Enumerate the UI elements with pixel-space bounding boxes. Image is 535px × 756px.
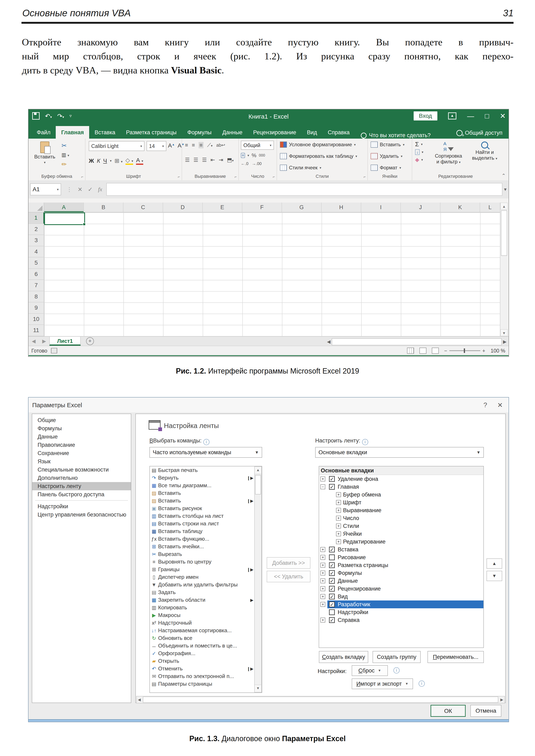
info-icon[interactable]: i (362, 439, 368, 445)
checkbox-checked-icon[interactable]: ✓ (329, 617, 335, 623)
sidebar-item-Язык[interactable]: Язык (32, 457, 131, 466)
column-header-F[interactable]: F (242, 202, 282, 212)
checkbox-checked-icon[interactable]: ✓ (329, 547, 335, 553)
sheet-prev-icon[interactable]: ◀ (28, 337, 39, 345)
move-up-button[interactable]: ▲ (487, 558, 502, 569)
fill-color-button[interactable]: ◇ ▾ (126, 157, 133, 165)
tree-item-Ячейки[interactable]: +Ячейки (319, 530, 483, 538)
sidebar-item-Настроить ленту[interactable]: Настроить ленту (32, 482, 131, 490)
row-header-11[interactable]: 11 (28, 325, 44, 336)
cut-icon[interactable]: ✂ (62, 142, 69, 149)
command-Обновить все[interactable]: ↻Обновить все (150, 634, 255, 642)
worksheet-grid[interactable] (44, 212, 500, 336)
new-tab-button[interactable]: Создать вкладку (319, 651, 368, 663)
tab-Главная[interactable]: Главная (56, 126, 89, 139)
sheet-next-icon[interactable]: ▶ (39, 337, 49, 345)
sheet-tab[interactable]: Лист1 (49, 337, 81, 346)
expand-formula-bar-icon[interactable]: ▾ (504, 186, 507, 192)
scroll-thumb[interactable] (255, 475, 261, 495)
dialog-launcher-icon[interactable]: ⌐ (81, 175, 83, 179)
close-button[interactable]: ✕ (500, 112, 506, 120)
import-export-button[interactable]: Импорт и экспорт▼ (352, 678, 413, 689)
zoom-level[interactable]: 100 % (491, 348, 505, 354)
align-top-icon[interactable]: ≡ (185, 142, 188, 148)
command-Вставить столбцы на лист[interactable]: ▥Вставить столбцы на лист (150, 512, 255, 520)
command-Отправить по электронной п...[interactable]: ✉Отправить по электронной п... (150, 672, 255, 680)
column-header-E[interactable]: E (203, 202, 242, 212)
sidebar-item-Правописание[interactable]: Правописание (32, 441, 131, 449)
page-layout-view-icon[interactable] (419, 348, 426, 354)
copy-icon[interactable]: ▥ ▾ (62, 152, 69, 158)
bold-button[interactable]: Ж (89, 158, 94, 164)
autosum-button[interactable]: Σ▾ (415, 141, 423, 148)
command-Закрепить области[interactable]: ▦Закрепить области▶ (150, 596, 255, 604)
command-Границы[interactable]: ⊞Границы❙▶ (150, 566, 255, 573)
underline-button[interactable]: Ч (103, 158, 107, 164)
command-Вставить рисунок[interactable]: ▣Вставить рисунок (150, 504, 255, 512)
font-size-combo[interactable]: 14▾ (147, 141, 166, 151)
command-Копировать[interactable]: ▥Копировать (150, 604, 255, 611)
row-header-4[interactable]: 4 (28, 246, 44, 257)
checkbox-checked-icon[interactable]: ✓ (329, 476, 335, 482)
command-Все типы диаграмм...[interactable]: ▦Все типы диаграмм... (150, 482, 255, 489)
expand-icon[interactable]: + (336, 500, 341, 505)
decrease-decimal-icon[interactable]: →.00 (252, 161, 262, 166)
command-Вставить ячейки...[interactable]: ⊞Вставить ячейки... (150, 543, 255, 550)
italic-button[interactable]: К (97, 158, 100, 164)
tree-item-Разработчик[interactable]: +✓Разработчик (319, 601, 483, 608)
row-header-9[interactable]: 9 (28, 302, 44, 314)
sidebar-item-Специальные возможности[interactable]: Специальные возможности (32, 466, 131, 474)
dialog-launcher-icon[interactable]: ⌐ (235, 175, 237, 179)
remove-button[interactable]: << Удалить (267, 571, 310, 582)
tab-Формулы[interactable]: Формулы (182, 126, 217, 139)
tell-me-box[interactable]: Что вы хотите сделать? (361, 132, 431, 139)
wrap-text-icon[interactable]: ab↩ (216, 143, 225, 148)
info-icon[interactable]: i (419, 681, 425, 687)
command-Вставить[interactable]: ▨Вставить (150, 489, 255, 497)
row-header-7[interactable]: 7 (28, 280, 44, 291)
expand-icon[interactable]: + (336, 539, 341, 544)
command-Орфография...[interactable]: ✓Орфография... (150, 650, 255, 657)
scroll-right-icon[interactable]: ▶ (503, 339, 507, 344)
expand-icon[interactable]: + (320, 571, 325, 576)
info-icon[interactable]: i (393, 667, 400, 673)
rename-button[interactable]: Переименовать... (428, 651, 484, 663)
expand-icon[interactable]: + (336, 516, 341, 521)
tree-item-Вид[interactable]: +✓Вид (319, 593, 483, 601)
expand-icon[interactable]: + (320, 547, 325, 552)
column-header-D[interactable]: D (163, 202, 203, 212)
command-Вернуть[interactable]: ↷Вернуть❙▶ (150, 474, 255, 482)
tree-item-Рецензирование[interactable]: +✓Рецензирование (319, 585, 483, 593)
column-header-A[interactable]: A (44, 202, 84, 212)
paste-button[interactable]: Вставить ▾ (34, 142, 55, 164)
column-header-G[interactable]: G (282, 202, 322, 212)
insert-function-icon[interactable]: fx (98, 186, 102, 193)
column-header-K[interactable]: K (440, 202, 480, 212)
main-horizontal-scrollbar[interactable]: ◀ ▶ (136, 696, 505, 703)
tab-Рецензирование[interactable]: Рецензирование (248, 126, 302, 139)
column-header-C[interactable]: C (124, 202, 163, 212)
command-Вставить таблицу[interactable]: ▦Вставить таблицу (150, 527, 255, 535)
align-left-icon[interactable]: ☰ (185, 157, 190, 163)
confirm-entry-icon[interactable]: ✓ (88, 186, 93, 193)
sidebar-item-Формулы[interactable]: Формулы (32, 424, 131, 433)
expand-icon[interactable]: + (320, 579, 325, 583)
align-center-icon[interactable]: ☰ (193, 157, 198, 163)
scroll-down-icon[interactable]: ▼ (500, 329, 508, 336)
column-header-B[interactable]: B (84, 202, 124, 212)
sidebar-item-Центр управления безопасностью[interactable]: Центр управления безопасностью (32, 511, 131, 519)
customize-ribbon-combo[interactable]: Основные вкладки▼ (315, 447, 484, 458)
row-header-3[interactable]: 3 (28, 235, 44, 246)
comma-style-icon[interactable]: 000 (259, 153, 265, 158)
command-Надстрочный[interactable]: x²Надстрочный (150, 619, 255, 627)
row-header-6[interactable]: 6 (28, 269, 44, 280)
checkbox-unchecked-icon[interactable] (329, 554, 335, 560)
tree-item-Выравнивание[interactable]: +Выравнивание (319, 506, 483, 514)
tree-item-Шрифт[interactable]: +Шрифт (319, 499, 483, 506)
horizontal-scroll-thumb[interactable] (332, 338, 502, 345)
command-Настраиваемая сортировка...[interactable]: ↓↑Настраиваемая сортировка... (150, 627, 255, 634)
checkbox-checked-icon[interactable]: ✓ (329, 570, 335, 576)
expand-icon[interactable]: + (336, 508, 341, 513)
commands-scrollbar[interactable]: ▲ ▼ (254, 466, 262, 692)
conditional-formatting-button[interactable]: Условное форматирование▾ (280, 142, 356, 148)
